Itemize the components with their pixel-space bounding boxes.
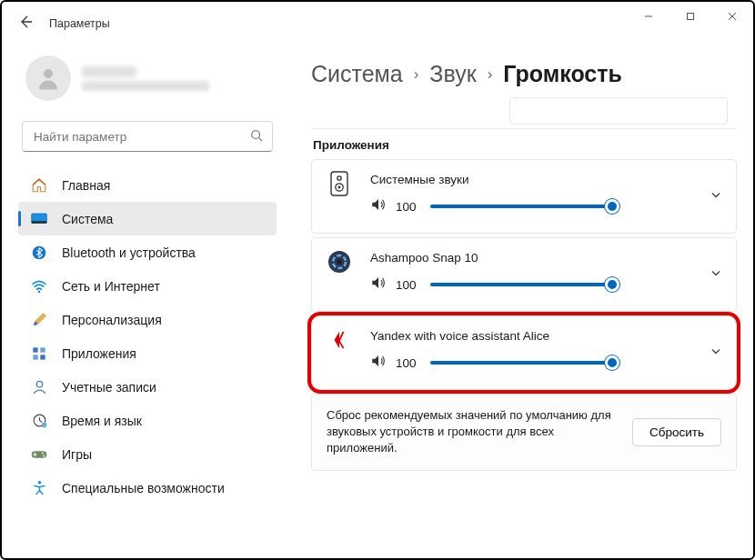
app-volume-card[interactable]: Ashampoo Snap 10 100 bbox=[311, 237, 737, 312]
speaker-device-icon bbox=[327, 171, 352, 196]
brush-icon bbox=[31, 312, 47, 328]
back-button[interactable] bbox=[18, 15, 33, 32]
sidebar-item-apps[interactable]: Приложения bbox=[18, 336, 277, 370]
avatar bbox=[25, 55, 71, 101]
chevron-down-icon[interactable] bbox=[710, 268, 721, 282]
ashampoo-icon bbox=[327, 249, 352, 275]
sidebar-item-gaming[interactable]: Игры bbox=[18, 437, 277, 471]
svg-point-24 bbox=[337, 176, 341, 180]
app-title: Системные звуки bbox=[370, 173, 721, 186]
svg-point-29 bbox=[337, 259, 342, 265]
nav: Главная Система Bluetooth и устройства С… bbox=[18, 168, 277, 505]
chevron-right-icon: › bbox=[414, 65, 419, 84]
user-block[interactable] bbox=[18, 39, 277, 121]
sidebar-item-label: Приложения bbox=[62, 346, 136, 361]
app-title: Yandex with voice assistant Alice bbox=[370, 329, 721, 343]
sidebar-item-accounts[interactable]: Учетные записи bbox=[18, 370, 277, 404]
sidebar-item-label: Специальные возможности bbox=[62, 481, 225, 495]
accessibility-icon bbox=[31, 480, 47, 496]
sidebar-item-home[interactable]: Главная bbox=[18, 168, 277, 202]
chevron-right-icon: › bbox=[488, 65, 493, 84]
apps-icon bbox=[31, 345, 47, 362]
reset-description: Сброс рекомендуемых значений по умолчани… bbox=[327, 407, 614, 457]
sidebar-item-label: Учетные записи bbox=[62, 380, 156, 395]
search-icon bbox=[250, 129, 263, 145]
breadcrumb-item[interactable]: Звук bbox=[429, 61, 476, 87]
volume-slider[interactable] bbox=[430, 283, 612, 286]
output-device-row-cutoff bbox=[311, 93, 737, 129]
main: Система › Звук › Громкость Приложения Си… bbox=[284, 39, 753, 555]
svg-rect-1 bbox=[688, 14, 694, 20]
sidebar-item-time[interactable]: Время и язык bbox=[18, 404, 277, 437]
close-button[interactable] bbox=[711, 2, 753, 31]
device-dropdown[interactable] bbox=[509, 97, 728, 125]
svg-point-16 bbox=[36, 381, 42, 386]
svg-point-11 bbox=[38, 290, 40, 292]
system-icon bbox=[31, 211, 47, 227]
clock-icon bbox=[31, 413, 47, 429]
svg-point-26 bbox=[338, 186, 341, 189]
svg-point-18 bbox=[41, 423, 46, 428]
reset-button[interactable]: Сбросить bbox=[632, 418, 721, 446]
maximize-button[interactable] bbox=[669, 2, 711, 31]
section-label-apps: Приложения bbox=[313, 138, 737, 152]
reset-card: Сброс рекомендуемых значений по умолчани… bbox=[311, 394, 737, 471]
window-title: Параметры bbox=[49, 17, 110, 30]
volume-value: 100 bbox=[396, 200, 421, 214]
svg-rect-15 bbox=[40, 355, 45, 359]
bluetooth-icon bbox=[31, 245, 47, 261]
sidebar-item-label: Bluetooth и устройства bbox=[62, 245, 196, 260]
sidebar-item-label: Игры bbox=[62, 447, 92, 462]
chevron-down-icon[interactable] bbox=[710, 346, 721, 360]
home-icon bbox=[31, 177, 47, 194]
volume-value: 100 bbox=[396, 278, 421, 292]
breadcrumb-item[interactable]: Система bbox=[311, 61, 403, 87]
breadcrumb: Система › Звук › Громкость bbox=[311, 61, 737, 87]
svg-point-21 bbox=[43, 455, 45, 456]
svg-rect-14 bbox=[33, 355, 37, 359]
svg-point-22 bbox=[37, 481, 41, 485]
chevron-down-icon[interactable] bbox=[710, 190, 721, 204]
svg-point-20 bbox=[42, 452, 44, 454]
volume-icon bbox=[370, 196, 387, 216]
account-icon bbox=[31, 379, 47, 395]
app-title: Ashampoo Snap 10 bbox=[370, 251, 721, 265]
user-email-hidden bbox=[82, 81, 209, 91]
sidebar-item-label: Сеть и Интернет bbox=[62, 279, 160, 294]
svg-point-5 bbox=[44, 69, 53, 78]
volume-icon bbox=[370, 353, 387, 373]
gamepad-icon bbox=[31, 446, 47, 463]
sidebar-item-label: Персонализация bbox=[62, 313, 162, 327]
svg-rect-13 bbox=[40, 347, 45, 352]
sidebar-item-label: Время и язык bbox=[62, 414, 142, 428]
volume-icon bbox=[370, 275, 387, 295]
volume-value: 100 bbox=[396, 356, 421, 370]
volume-slider[interactable] bbox=[430, 361, 612, 365]
svg-rect-9 bbox=[32, 221, 47, 223]
search-input[interactable] bbox=[32, 129, 250, 145]
user-text bbox=[82, 66, 209, 91]
svg-line-7 bbox=[259, 137, 263, 141]
breadcrumb-current: Громкость bbox=[503, 61, 622, 87]
wifi-icon bbox=[31, 278, 47, 295]
svg-rect-12 bbox=[33, 347, 37, 352]
sidebar-item-personalization[interactable]: Персонализация bbox=[18, 303, 277, 336]
search-box[interactable] bbox=[22, 121, 273, 152]
sidebar-item-system[interactable]: Система bbox=[18, 202, 277, 235]
sidebar-item-label: Главная bbox=[62, 178, 110, 193]
sidebar: Главная Система Bluetooth и устройства С… bbox=[2, 39, 284, 555]
sidebar-item-accessibility[interactable]: Специальные возможности bbox=[18, 471, 277, 505]
volume-slider[interactable] bbox=[430, 205, 612, 208]
sidebar-item-bluetooth[interactable]: Bluetooth и устройства bbox=[18, 235, 277, 269]
app-volume-card-highlighted[interactable]: Yandex with voice assistant Alice 100 bbox=[311, 315, 737, 390]
sidebar-item-label: Система bbox=[62, 212, 113, 226]
window-controls bbox=[628, 2, 753, 31]
app-volume-card[interactable]: Системные звуки 100 bbox=[311, 159, 737, 234]
yandex-icon bbox=[327, 327, 352, 353]
svg-point-6 bbox=[252, 130, 260, 138]
user-name-hidden bbox=[82, 66, 136, 77]
sidebar-item-network[interactable]: Сеть и Интернет bbox=[18, 269, 277, 303]
minimize-button[interactable] bbox=[628, 2, 669, 31]
